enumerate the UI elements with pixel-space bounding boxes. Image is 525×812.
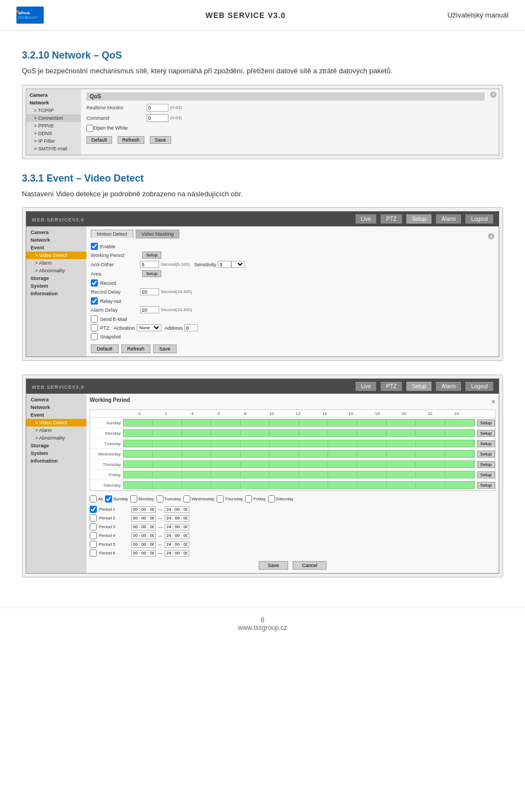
wp-period5-from[interactable] bbox=[131, 541, 156, 548]
ws1-alarm-delay-input[interactable] bbox=[140, 306, 159, 313]
ws1-refresh-btn[interactable]: Refresh bbox=[121, 344, 151, 353]
ws2-sidebar-abnormality[interactable]: > Abnormality bbox=[26, 434, 86, 442]
ws1-nav-logout[interactable]: Logout bbox=[465, 214, 493, 224]
wp-period6-checkbox[interactable] bbox=[90, 550, 97, 557]
ws1-sidebar-information[interactable]: Information bbox=[26, 290, 86, 297]
ws1-activation-select[interactable]: None bbox=[137, 324, 161, 331]
ws1-sidebar-abnormality[interactable]: > Abnormality bbox=[26, 267, 86, 274]
qos-command-input[interactable] bbox=[147, 114, 168, 122]
ws1-sidebar-camera[interactable]: Camera bbox=[26, 229, 86, 236]
qos-sidebar-ipfilter[interactable]: > IP Filter bbox=[26, 137, 81, 145]
wp-sunday-setup[interactable]: Setup bbox=[477, 419, 495, 427]
ws1-sidebar-network[interactable]: Network bbox=[26, 236, 86, 244]
qos-refresh-btn[interactable]: Refresh bbox=[118, 136, 145, 144]
ws1-enable-checkbox[interactable] bbox=[91, 243, 98, 250]
ws1-tab-motion[interactable]: Motion Detect bbox=[91, 230, 133, 238]
ws2-nav-ptz[interactable]: PTZ bbox=[381, 382, 402, 391]
wp-period2-checkbox[interactable] bbox=[90, 515, 97, 522]
wp-wednesday-setup[interactable]: Setup bbox=[477, 451, 495, 458]
ws2-nav-alarm[interactable]: Alarm bbox=[436, 382, 461, 391]
ws1-sensitivity-select[interactable] bbox=[231, 261, 245, 268]
wp-close-btn[interactable]: ✕ bbox=[491, 399, 495, 405]
wp-period5-checkbox[interactable] bbox=[90, 541, 97, 548]
section-qos: 3.2.10 Network – QoS QoS je bezpečnostní… bbox=[22, 50, 503, 159]
ws1-default-btn[interactable]: Default bbox=[91, 344, 119, 353]
wp-save-btn[interactable]: Save bbox=[259, 561, 289, 570]
ws1-nav-alarm[interactable]: Alarm bbox=[436, 214, 461, 224]
wp-period6-to[interactable] bbox=[165, 550, 189, 557]
wp-period1-checkbox[interactable] bbox=[90, 506, 97, 513]
wp-all-checkbox[interactable] bbox=[90, 495, 97, 503]
wp-friday-checkbox[interactable] bbox=[245, 495, 252, 503]
qos-sidebar-network[interactable]: Network bbox=[26, 99, 81, 107]
ws1-sensitivity-input[interactable] bbox=[218, 261, 231, 268]
wp-period6-from[interactable] bbox=[131, 550, 156, 557]
wp-monday-checkbox[interactable] bbox=[130, 495, 137, 503]
ws2-sidebar-information[interactable]: Information bbox=[26, 457, 86, 465]
ws1-send-email-checkbox[interactable] bbox=[91, 316, 98, 323]
ws1-working-period-setup-btn[interactable]: Setup bbox=[142, 252, 161, 259]
ws1-snapshot-checkbox[interactable] bbox=[91, 333, 98, 340]
wp-period1-to[interactable] bbox=[165, 506, 189, 513]
ws1-sidebar-alarm[interactable]: > Alarm bbox=[26, 259, 86, 267]
ws1-sidebar-storage[interactable]: Storage bbox=[26, 274, 86, 282]
wp-period3-checkbox[interactable] bbox=[90, 523, 97, 530]
qos-sidebar-smtp[interactable]: > SMTP/E-mail bbox=[26, 145, 81, 153]
ws1-sidebar-system[interactable]: System bbox=[26, 282, 86, 290]
ws2-sidebar-video-detect[interactable]: > Video Detect bbox=[26, 419, 86, 427]
ws2-nav-setup[interactable]: Setup bbox=[406, 382, 431, 391]
qos-open-white-checkbox[interactable] bbox=[86, 125, 94, 132]
ws1-area-setup-btn[interactable]: Setup bbox=[142, 270, 161, 277]
ws2-sidebar-storage[interactable]: Storage bbox=[26, 442, 86, 449]
ws1-anti-dither-input[interactable] bbox=[140, 261, 159, 268]
qos-sidebar-camera[interactable]: Camera bbox=[26, 91, 81, 99]
wp-cancel-btn[interactable]: Cancel bbox=[293, 561, 326, 570]
wp-tuesday-checkbox[interactable] bbox=[156, 495, 164, 503]
ws2-sidebar-network[interactable]: Network bbox=[26, 404, 86, 411]
ws1-nav-ptz[interactable]: PTZ bbox=[381, 214, 402, 224]
qos-save-btn[interactable]: Save bbox=[150, 136, 171, 144]
ws2-sidebar-event[interactable]: Event bbox=[26, 411, 86, 419]
wp-thursday-checkbox[interactable] bbox=[217, 495, 224, 503]
wp-period4-checkbox[interactable] bbox=[90, 532, 97, 539]
wp-monday-setup[interactable]: Setup bbox=[477, 430, 495, 437]
wp-sunday-checkbox[interactable] bbox=[105, 495, 112, 503]
ws1-address-input[interactable] bbox=[184, 324, 198, 331]
wp-saturday-setup[interactable]: Setup bbox=[477, 482, 495, 489]
ws2-sidebar-camera[interactable]: Camera bbox=[26, 396, 86, 404]
wp-friday-setup[interactable]: Setup bbox=[477, 471, 495, 478]
ws1-relay-checkbox[interactable] bbox=[91, 297, 98, 305]
ws1-sidebar-video-detect[interactable]: > Video Detect bbox=[26, 252, 86, 259]
wp-period5-to[interactable] bbox=[165, 541, 189, 548]
ws1-body: Camera Network Event > Video Detect > Al… bbox=[26, 226, 499, 357]
wp-period4-from[interactable] bbox=[131, 533, 156, 539]
ws1-ptz-checkbox[interactable] bbox=[91, 324, 98, 331]
wp-tuesday-setup[interactable]: Setup bbox=[477, 440, 495, 447]
ws2-sidebar-alarm[interactable]: > Alarm bbox=[26, 427, 86, 434]
qos-default-btn[interactable]: Default bbox=[86, 136, 112, 144]
ws1-nav-setup[interactable]: Setup bbox=[406, 214, 431, 224]
ws1-sidebar-event[interactable]: Event bbox=[26, 244, 86, 252]
wp-period3-to[interactable] bbox=[165, 524, 189, 530]
wp-period2-from[interactable] bbox=[131, 515, 156, 522]
qos-sidebar-connection[interactable]: > Connection bbox=[26, 114, 81, 122]
qos-sidebar-ddns[interactable]: > DDNS bbox=[26, 130, 81, 137]
wp-thursday-setup[interactable]: Setup bbox=[477, 461, 495, 468]
ws1-record-delay-input[interactable] bbox=[140, 288, 159, 295]
qos-sidebar-tcpip[interactable]: > TCP/IP bbox=[26, 107, 81, 114]
ws2-nav-logout[interactable]: Logout bbox=[465, 382, 493, 391]
ws1-tab-masking[interactable]: Video Masking bbox=[136, 230, 180, 238]
ws1-nav-live[interactable]: Live bbox=[355, 214, 376, 224]
wp-wednesday-checkbox[interactable] bbox=[183, 495, 190, 503]
wp-saturday-checkbox[interactable] bbox=[268, 495, 275, 503]
wp-period4-to[interactable] bbox=[165, 533, 189, 539]
qos-sidebar-pppoe[interactable]: > PPPoE bbox=[26, 122, 81, 130]
ws2-sidebar-system[interactable]: System bbox=[26, 449, 86, 457]
wp-period1-from[interactable] bbox=[131, 506, 156, 513]
wp-period3-from[interactable] bbox=[131, 524, 156, 530]
ws2-nav-live[interactable]: Live bbox=[355, 382, 376, 391]
wp-period2-to[interactable] bbox=[165, 515, 189, 522]
qos-realtime-input[interactable] bbox=[147, 104, 168, 112]
ws1-record-checkbox[interactable] bbox=[91, 279, 98, 287]
ws1-save-btn[interactable]: Save bbox=[153, 344, 177, 353]
